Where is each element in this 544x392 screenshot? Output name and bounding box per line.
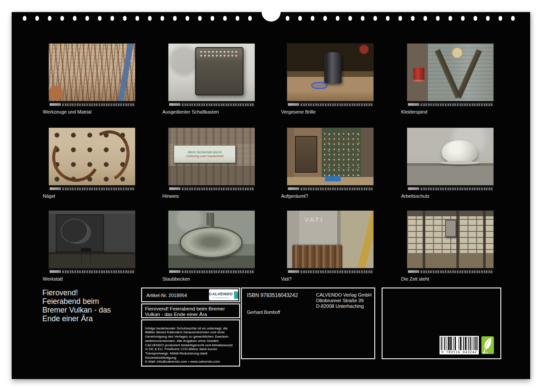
thumbnail-photo-staubbecken [168,211,255,268]
mini-calendar-strip [287,269,373,274]
thumbnail-caption: Staubbecken [162,276,255,281]
vati-inscription: VATI [304,216,323,223]
publisher-line: CALVENDO Verlag GmbH [316,292,372,298]
thumbnail-caption: Vati? [281,276,373,281]
mini-calendar-month-label [408,270,419,273]
barcode-digits: 9 783516 043242 [441,350,478,354]
mini-calendar-month-label [288,187,299,190]
thumbnail-photo-schaltkasten [168,44,255,101]
sign-text-line1: Mehr Sicherheit durch [188,150,221,155]
thumbnail-caption: Werkzeuge und Matrial [43,109,135,114]
mini-calendar-days [421,103,493,106]
calvendo-logo-text: CALVENDO Dein Kalenderverlag [209,291,233,299]
calendar-thumbnail: VATI Vati? [287,211,373,281]
mini-calendar-days [182,187,254,190]
calendar-title-line: Ende einer Ära [42,314,111,323]
thumbnail-caption: Werkstatt [43,276,135,281]
mini-calendar-strip [168,269,255,274]
thumbnail-photo-werkzeuge [49,44,135,101]
stool [76,247,95,263]
thumbnail-caption: Hinweis [162,193,255,199]
mini-calendar-days [62,103,134,106]
mini-calendar-days [421,270,493,273]
publisher-line: D-82008 Unterhaching [316,303,372,309]
thumbnail-photo-kleiderspind [407,44,493,101]
publisher-box: ISBN 9783516043242 CALVENDO Verlag GmbH … [241,288,375,359]
thumbnail-photo-zeit [407,211,493,268]
legal-section: Infolge bestehender Schutzrechte ist es … [141,319,240,367]
mini-calendar-month-label [288,270,299,273]
mini-calendar-days [182,270,254,273]
calendar-title: Fierovend! Feierabend beim Bremer Vulkan… [42,288,111,323]
calendar-thumbnail: Vergesene Brille [287,44,373,114]
barcode-box: 9 783516 043242 eco [382,288,501,359]
publisher-address: CALVENDO Verlag GmbH Ottobrunner Straße … [316,292,372,309]
calendar-back-page: Werkzeuge und Matrial Ausgedienter Schal… [12,12,530,379]
thumbnail-photo-arbeitsschutz [407,128,493,185]
thumbnail-caption: Nägel [43,193,135,199]
mini-calendar-days [62,270,134,273]
calendar-thumbnail: Arbeitsschutz [407,128,493,199]
blue-tray [325,176,341,181]
eco-label: eco [483,351,487,354]
calendar-thumbnail: Werkstatt [49,211,135,281]
mini-calendar-strip [49,269,135,274]
calvendo-logo-wordmark: CALVENDO [209,291,233,296]
thumbnail-caption: Ausgedienter Schaltkasten [162,109,255,114]
cola-can [413,68,424,82]
thumbnail-photo-werkstatt [49,211,135,268]
author-name: Gerhard Bomhoff [247,310,280,315]
info-box-title: Fierovend! Feierabend beim Bremer Vulkan… [145,306,225,317]
calendar-thumbnail: Aufgeräumt? [287,128,373,199]
thumbnail-caption: Kleiderspind [401,109,493,114]
mini-calendar-days [182,103,254,106]
calendar-thumbnail: Staubbecken [168,211,255,281]
hanger-hole [262,3,281,22]
calendar-thumbnail: Kleiderspind [407,44,493,114]
article-number-section: Artikel-Nr. 2018954 CALVENDO Dein Kalend… [141,288,240,302]
mini-calendar-strip [407,186,493,191]
mini-calendar-strip [407,102,493,107]
calvendo-logo-icon [234,291,238,299]
calvendo-logo: CALVENDO Dein Kalenderverlag [209,289,238,300]
thumbnail-photo-naegel [49,128,135,185]
calendar-thumbnail: Die Zeit steht [407,211,493,281]
calendar-thumbnail: Ausgedienter Schaltkasten [168,44,255,114]
mini-calendar-month-label [50,103,61,106]
calendar-title-line: Bremer Vulkan - das [42,306,111,314]
mini-calendar-month-label [288,103,299,106]
mini-calendar-strip [407,269,493,274]
mini-calendar-days [421,187,493,190]
mini-calendar-days [300,187,373,190]
title-section: Fierovend! Feierabend beim Bremer Vulkan… [141,303,240,318]
thumbnail-caption: Die Zeit steht [401,276,493,281]
calendar-title-line: Feierabend beim [42,297,111,306]
pipes [292,245,342,268]
mini-calendar-strip [287,102,373,107]
thumbnail-photo-aufgeraeumt [287,128,373,185]
eco-logo: eco [481,336,494,354]
thumbnail-caption: Aufgeräumt? [281,193,373,199]
article-number: Artikel-Nr. 2018954 [146,293,187,298]
info-box: Artikel-Nr. 2018954 CALVENDO Dein Kalend… [141,288,240,359]
publisher-line: Ottobrunner Straße 39 [316,298,372,303]
calendar-thumbnail: Nägel [49,128,135,199]
mini-calendar-month-label [169,187,180,190]
isbn-number: ISBN 9783516043242 [247,292,298,298]
sign-text-line2: Ordnung und Sauberkeit [186,154,223,158]
mini-calendar-strip [168,186,255,191]
thumbnail-caption: Arbeitsschutz [401,193,493,199]
safety-sign: Mehr Sicherheit durch Ordnung und Sauber… [174,145,236,164]
mini-calendar-month-label [408,103,419,106]
mini-calendar-strip [168,102,255,107]
thumbnail-caption: Vergesene Brille [281,109,373,114]
ean-barcode: 9 783516 043242 [440,336,479,354]
mini-calendar-month-label [408,187,419,190]
thumbnail-photo-hinweis: Mehr Sicherheit durch Ordnung und Sauber… [168,128,255,185]
mini-calendar-days [62,187,134,190]
mini-calendar-month-label [169,103,180,106]
mini-calendar-days [300,270,373,273]
barcode-bars [441,337,478,350]
legal-text: Infolge bestehender Schutzrechte ist es … [145,326,233,364]
calendar-thumbnail: Mehr Sicherheit durch Ordnung und Sauber… [168,128,255,199]
